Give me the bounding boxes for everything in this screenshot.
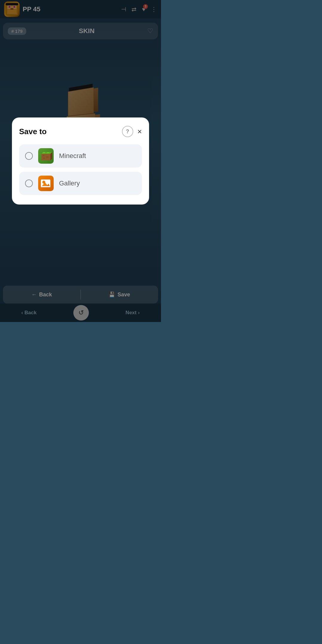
minecraft-icon: [38, 148, 54, 164]
minecraft-label: Minecraft: [59, 152, 86, 160]
save-to-dialog: Save to ? ×: [12, 117, 149, 205]
dialog-title: Save to: [19, 127, 122, 136]
minecraft-radio[interactable]: [25, 152, 33, 160]
svg-rect-12: [43, 155, 44, 156]
dialog-header: Save to ? ×: [19, 126, 142, 137]
gallery-icon: [38, 176, 54, 191]
close-icon: ×: [137, 127, 142, 136]
gallery-label: Gallery: [59, 179, 80, 187]
help-icon: ?: [126, 129, 129, 135]
minecraft-option[interactable]: Minecraft: [19, 144, 142, 168]
dialog-close-button[interactable]: ×: [137, 128, 142, 135]
gallery-radio[interactable]: [25, 179, 33, 187]
dialog-help-button[interactable]: ?: [122, 126, 133, 137]
overlay-backdrop[interactable]: Save to ? ×: [0, 0, 161, 322]
svg-rect-14: [43, 157, 45, 159]
gallery-option[interactable]: Gallery: [19, 172, 142, 195]
svg-rect-13: [46, 156, 49, 158]
svg-rect-21: [41, 186, 50, 187]
